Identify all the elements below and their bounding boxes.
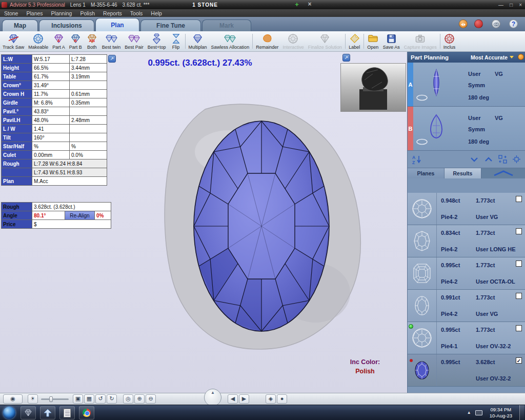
part-b-card[interactable]: B User VG Symm 180 deg [408,107,525,151]
toolbar-part-b[interactable]: BPart B [67,32,84,51]
toolbar-best-top[interactable]: Best+top [146,32,168,51]
taskbar-app-chrome[interactable] [79,406,94,419]
sort-az-icon[interactable]: A Z [412,154,422,165]
target-icon[interactable]: ◎ [123,394,133,404]
result-row-selected[interactable]: 0.995ct 3.628ct User OV-32-2 ✓ [408,354,525,387]
start-button[interactable] [3,407,15,419]
preview-icon[interactable]: ◉ [3,394,23,404]
toolbar-inclusions[interactable]: Inclus [441,32,458,51]
help-icon[interactable]: ? [509,19,518,28]
marker-icon[interactable]: ● [277,394,287,404]
tab-plan[interactable]: Plan [95,18,139,31]
menu-help[interactable]: Help [147,10,166,16]
toolbar-multiplan[interactable]: Multiplan [187,32,209,51]
realign-button[interactable]: Re-Align [65,211,95,220]
results-list-filler [408,387,525,393]
tab-map[interactable]: Map [2,19,38,31]
toolbar-best-pair[interactable]: Best Pair [123,32,146,51]
tab-fine-tune[interactable]: Fine Tune [140,19,201,31]
toolbar-flip[interactable]: Flip [168,32,184,51]
advisor-window: Advisor 5.3 Professional Lens 1 M-355-6-… [0,0,525,420]
chrome-icon [83,409,91,417]
zoom-in-icon[interactable]: ⊕ [134,394,145,404]
zoom-out-icon[interactable]: ⊖ [146,394,156,404]
taskbar-app-viewer[interactable] [40,406,55,419]
expand-photo-icon[interactable]: ↗ [342,54,350,62]
result-total: 1.773ct [476,327,495,333]
toolbar-part-a[interactable]: APart A [50,32,67,51]
toolbar-both[interactable]: ABBoth [84,32,100,51]
brightness-icon[interactable]: ☀ [28,394,38,404]
result-checkbox[interactable] [516,228,522,234]
rough-photo-image [341,64,406,111]
nav-arrows-icon[interactable] [459,19,468,28]
result-row[interactable]: 0.995ct 1.773ct Pie4-2 User OCTA-OL [408,257,525,290]
rotate-right-icon[interactable]: ↻ [107,394,117,404]
toolbar-track-saw[interactable]: Track Saw [1,32,26,51]
maximize-button[interactable]: □ [510,2,513,8]
part-a-card[interactable]: A User VG Symm 180 deg [408,63,525,107]
menu-stone[interactable]: Stone [0,10,22,16]
result-checkbox[interactable] [516,293,522,299]
scroll-up-chevron[interactable] [481,168,525,178]
rough-photo-thumbnail[interactable] [340,63,406,112]
multiplan-icon [192,33,204,45]
part-planning-title: Part Planning [411,54,449,61]
close-button[interactable]: × [519,2,522,8]
pan-right-icon[interactable]: ▶ [239,394,249,404]
toolbar-remainder[interactable]: Remainder [254,32,280,51]
toolbar-sawless-allocation[interactable]: Sawless Allocation [209,32,252,51]
result-row[interactable]: 0.991ct 1.773ct Pie4-2 User VG [408,290,525,322]
menu-reports[interactable]: Reports [99,10,126,16]
expand-all-icon[interactable] [512,155,521,164]
oval-selected-icon [411,359,433,382]
slider-thumb[interactable] [49,396,53,402]
toolbar-save-as[interactable]: Save As [381,32,402,51]
tab-inclusions[interactable]: Inclusions [39,19,94,31]
close-stone-icon[interactable]: × [306,1,313,8]
taskbar-app-advisor[interactable] [21,406,36,419]
brightness-slider[interactable] [41,398,69,400]
panel-status-icon[interactable] [518,54,524,60]
menu-planning[interactable]: Planning [47,10,76,16]
result-checkbox[interactable] [516,261,522,267]
collapse-down-icon[interactable] [470,156,479,163]
tab-mark[interactable]: Mark [202,19,251,31]
taskbar-app-notepad[interactable] [59,406,75,419]
result-row[interactable]: 0.834ct 1.773ct Pie4-2 User LONG HE [408,225,525,257]
view-mode-icon[interactable] [492,19,500,28]
fit-view-icon[interactable]: ◈ [266,394,276,404]
result-checkbox-checked[interactable]: ✓ [516,357,522,364]
menu-polish[interactable]: Polish [76,10,99,16]
result-checkbox[interactable] [516,325,522,331]
rotate-left-icon[interactable]: ↺ [95,394,106,404]
result-row[interactable]: 0.995ct 1.773ct Pie4-1 User OV-32-2 [408,322,525,354]
capture-icon[interactable]: ▣ [73,394,83,404]
tray-input-icon[interactable] [475,410,482,415]
collapse-up-icon[interactable] [484,156,493,163]
rotation-dial[interactable]: ▲ [204,389,221,406]
taskbar-clock[interactable]: 09:34 PM 10-Aug-23 [487,407,515,418]
add-stone-icon[interactable]: + [293,1,300,8]
tab-planes[interactable]: Planes [408,168,445,178]
toolbar-best-twin[interactable]: Best twin [100,32,123,51]
toolbar-label[interactable]: Label [347,32,362,51]
toolbar-makeable[interactable]: Makeable [26,32,50,51]
pan-left-icon[interactable]: ◀ [228,394,238,404]
toolbar-open[interactable]: Open [365,32,381,51]
tab-results[interactable]: Results [445,168,481,178]
menu-tools[interactable]: Tools [126,10,147,16]
menu-planes[interactable]: Planes [22,10,47,16]
layers-icon[interactable]: ▦ [84,394,94,404]
stone-viewport[interactable]: 0.995ct. (3.628ct.) 27.43% L:WW:5.17L:7.… [0,52,407,393]
result-row[interactable]: 0.948ct 1.773ct Pie4-2 User VG [408,193,525,225]
minimize-button[interactable]: — [498,2,503,8]
tray-expand-icon[interactable]: ▲ [467,410,471,415]
table-row: Table61.7%3.19mm [2,72,107,81]
accuracy-mode-select[interactable]: Most Accurate [471,54,522,61]
show-desktop-button[interactable] [519,405,524,420]
expand-table-icon[interactable]: ↗ [108,55,116,63]
record-icon[interactable] [474,19,483,28]
result-checkbox[interactable] [516,196,522,202]
compare-grid-icon[interactable] [498,155,507,164]
